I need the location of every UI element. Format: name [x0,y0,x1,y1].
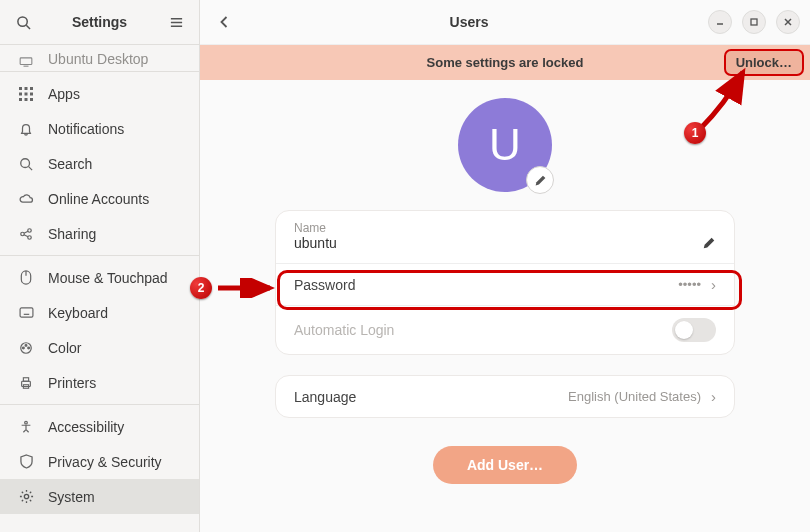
pencil-icon [702,236,716,250]
sidebar-item-label: Color [48,340,81,356]
svg-point-18 [21,232,25,236]
sidebar-item-online-accounts[interactable]: Online Accounts [0,181,199,216]
search-icon [18,157,34,171]
sidebar-item-label: Search [48,156,92,172]
sidebar-item-sharing[interactable]: Sharing [0,216,199,251]
sidebar-item-mouse-touchpad[interactable]: Mouse & Touchpad [0,260,199,295]
svg-rect-25 [20,308,33,317]
sidebar-item-accessibility[interactable]: Accessibility [0,409,199,444]
svg-point-37 [25,421,28,424]
automatic-login-switch[interactable] [672,318,716,342]
avatar-initial: U [489,120,521,170]
chevron-right-icon: › [711,276,716,293]
sidebar-item-label: Keyboard [48,305,108,321]
maximize-icon [749,17,759,27]
unlock-button[interactable]: Unlock… [724,49,804,76]
sidebar-item-keyboard[interactable]: Keyboard [0,295,199,330]
sidebar-item-label: System [48,489,95,505]
sidebar-item-system[interactable]: System [0,479,199,514]
name-row[interactable]: Name ubuntu [276,211,734,263]
content-area: U Name ubuntu Password ••••• › [200,80,810,532]
user-identity-card: Name ubuntu Password ••••• › Automatic L… [275,210,735,355]
cloud-icon [18,193,34,204]
svg-rect-10 [19,92,22,95]
display-icon [18,57,34,67]
sidebar-item-printers[interactable]: Printers [0,365,199,400]
svg-point-33 [23,347,25,349]
sidebar-separator [0,404,199,405]
back-button[interactable] [210,8,238,36]
automatic-login-label: Automatic Login [294,322,394,338]
sidebar-item-label: Notifications [48,121,124,137]
shield-icon [18,454,34,469]
sidebar-item-label: Online Accounts [48,191,149,207]
avatar-wrapper: U [458,98,552,192]
chevron-right-icon: › [711,388,716,405]
sidebar-item-label: Accessibility [48,419,124,435]
automatic-login-row: Automatic Login [276,305,734,354]
page-title: Users [238,14,700,30]
svg-rect-11 [25,92,28,95]
close-icon [783,17,793,27]
svg-rect-14 [25,98,28,101]
close-button[interactable] [776,10,800,34]
svg-rect-40 [751,19,757,25]
language-label: Language [294,389,356,405]
sidebar-item-label: Ubuntu Desktop [48,51,148,67]
sidebar-item-apps[interactable]: Apps [0,76,199,111]
svg-rect-5 [20,58,32,65]
svg-point-0 [17,16,26,25]
svg-rect-12 [30,92,33,95]
svg-line-21 [24,231,28,233]
bell-icon [18,122,34,136]
annotation-badge-1: 1 [684,122,706,144]
sidebar-item-notifications[interactable]: Notifications [0,111,199,146]
annotation-badge-2: 2 [190,277,212,299]
svg-rect-7 [19,87,22,90]
password-label: Password [294,277,355,293]
minimize-button[interactable] [708,10,732,34]
window-controls [708,10,800,34]
sidebar-item-label: Mouse & Touchpad [48,270,168,286]
sidebar-header: Settings [0,0,199,45]
settings-sidebar: Settings Ubuntu Desktop Apps Notificatio… [0,0,200,532]
svg-rect-35 [23,377,28,381]
avatar-edit-button[interactable] [526,166,554,194]
svg-line-22 [24,234,28,236]
locked-banner-text: Some settings are locked [200,55,810,70]
sidebar-separator [0,255,199,256]
language-row[interactable]: Language English (United States) › [276,376,734,417]
sidebar-item-ubuntu-desktop[interactable]: Ubuntu Desktop [0,47,199,67]
svg-rect-13 [19,98,22,101]
svg-point-38 [24,494,28,498]
svg-point-32 [28,347,30,349]
sidebar-item-privacy-security[interactable]: Privacy & Security [0,444,199,479]
svg-rect-9 [30,87,33,90]
maximize-button[interactable] [742,10,766,34]
mouse-icon [18,270,34,285]
sidebar-item-color[interactable]: Color [0,330,199,365]
svg-rect-8 [25,87,28,90]
locked-banner: Some settings are locked Unlock… [200,45,810,80]
minimize-icon [715,17,725,27]
svg-point-16 [21,158,30,167]
password-value: ••••• [678,277,701,292]
add-user-button[interactable]: Add User… [433,446,577,484]
titlebar: Users [200,0,810,45]
search-button[interactable] [8,7,38,37]
gear-icon [18,489,34,504]
search-icon [16,15,31,30]
edit-name-button[interactable] [702,236,716,250]
language-value: English (United States) [568,389,701,404]
sidebar-item-label: Sharing [48,226,96,242]
svg-line-17 [29,166,33,170]
locale-card: Language English (United States) › [275,375,735,418]
sidebar-item-label: Privacy & Security [48,454,162,470]
password-row[interactable]: Password ••••• › [276,263,734,305]
sidebar-menu-button[interactable] [161,7,191,37]
sidebar-item-label: Apps [48,86,80,102]
pencil-icon [534,174,547,187]
chevron-left-icon [219,15,230,29]
sidebar-item-search[interactable]: Search [0,146,199,181]
svg-line-1 [26,25,30,29]
